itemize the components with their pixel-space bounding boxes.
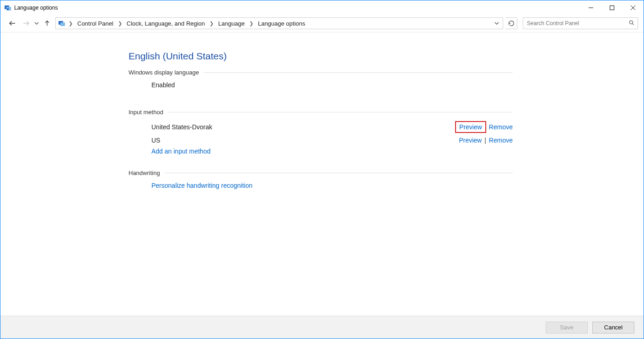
search-icon[interactable]	[628, 20, 635, 27]
chevron-right-icon[interactable]: ❯	[68, 21, 74, 26]
preview-link[interactable]: Preview	[459, 137, 482, 144]
action-bar: Save Cancel	[0, 316, 644, 339]
content-area: English (United States) Windows display …	[0, 32, 644, 316]
divider	[165, 173, 513, 173]
personalize-handwriting-link[interactable]: Personalize handwriting recognition	[151, 182, 252, 189]
search-box[interactable]	[523, 17, 638, 29]
minimize-button[interactable]	[580, 0, 601, 15]
add-input-method-link[interactable]: Add an input method	[151, 148, 210, 155]
forward-button[interactable]	[21, 18, 32, 29]
save-button[interactable]: Save	[546, 322, 588, 334]
address-dropdown[interactable]	[494, 20, 501, 27]
app-icon	[4, 4, 11, 11]
svg-rect-11	[60, 22, 65, 26]
section-handwriting: Handwriting Personalize handwriting reco…	[129, 170, 513, 191]
address-bar[interactable]: ❯ Control Panel ❯ Clock, Language, and R…	[55, 17, 503, 29]
navigation-bar: ❯ Control Panel ❯ Clock, Language, and R…	[0, 15, 644, 32]
section-display-language: Windows display language Enabled	[129, 69, 513, 90]
section-header-label: Windows display language	[129, 69, 199, 76]
chevron-right-icon[interactable]: ❯	[248, 21, 254, 26]
preview-link[interactable]: Preview	[455, 121, 486, 133]
refresh-button[interactable]	[505, 17, 517, 29]
divider	[204, 72, 513, 73]
section-input-method: Input method United States-Dvorak Previe…	[129, 109, 513, 157]
section-header-label: Handwriting	[129, 170, 160, 176]
back-button[interactable]	[7, 18, 18, 29]
divider	[168, 112, 513, 112]
window-controls	[580, 0, 644, 15]
remove-link[interactable]: Remove	[489, 123, 513, 131]
maximize-button[interactable]	[601, 0, 623, 15]
page-title: English (United States)	[129, 51, 513, 62]
svg-rect-4	[610, 5, 614, 10]
breadcrumb-item: Language options	[256, 20, 307, 27]
input-method-name: US	[151, 137, 160, 144]
cancel-button[interactable]: Cancel	[592, 322, 634, 334]
section-header-label: Input method	[129, 109, 163, 116]
window-title: Language options	[14, 5, 58, 11]
search-input[interactable]	[526, 20, 628, 27]
svg-line-13	[632, 23, 633, 25]
title-bar: Language options	[0, 0, 644, 15]
breadcrumb-item[interactable]: Clock, Language, and Region	[125, 20, 207, 27]
svg-point-12	[629, 21, 633, 24]
up-button[interactable]	[42, 18, 53, 29]
breadcrumb-item[interactable]: Language	[216, 20, 247, 27]
input-method-name: United States-Dvorak	[151, 123, 212, 131]
svg-point-2	[7, 8, 9, 10]
display-language-status: Enabled	[151, 81, 175, 89]
input-method-row: US Preview | Remove	[129, 135, 513, 146]
remove-link[interactable]: Remove	[489, 137, 513, 144]
separator: |	[484, 137, 486, 144]
recent-locations-dropdown[interactable]	[34, 21, 39, 26]
breadcrumb-item[interactable]: Control Panel	[75, 20, 115, 27]
input-method-row: United States-Dvorak Preview Remove	[129, 119, 513, 135]
control-panel-icon	[58, 20, 66, 27]
close-button[interactable]	[623, 0, 644, 15]
chevron-right-icon[interactable]: ❯	[117, 21, 123, 26]
chevron-right-icon[interactable]: ❯	[209, 21, 215, 26]
